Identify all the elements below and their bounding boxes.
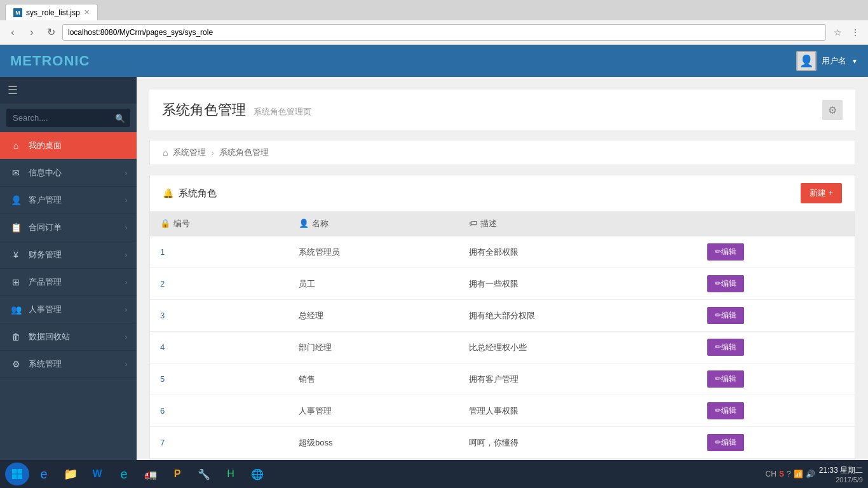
sidebar-item-label: 合同订单 (29, 222, 125, 233)
col-name: 👤名称 (288, 212, 459, 236)
brand-logo: METRONIC (10, 53, 90, 69)
sidebar-item-hr[interactable]: 👥 人事管理 › (0, 296, 137, 323)
table-row: 1 系统管理员 拥有全部权限 ✏编辑 (150, 236, 855, 268)
cell-name: 系统管理员 (288, 236, 459, 268)
chevron-right-icon: › (125, 252, 127, 259)
card-title: 🔔 系统角色 (163, 187, 217, 200)
new-btn-label: 新建 + (810, 187, 833, 199)
cell-actions: ✏编辑 (697, 300, 855, 332)
cell-actions: ✏编辑 (697, 395, 855, 427)
cell-name: 部门经理 (288, 332, 459, 363)
sidebar: ☰ 🔍 ⌂ 我的桌面 ✉ 信息中心 › 👤 客户管理 › 📋 (0, 77, 137, 461)
user-area[interactable]: 👤 用户名 ▼ (796, 51, 858, 71)
breadcrumb: ⌂ 系统管理 › 系统角色管理 (149, 140, 855, 165)
sidebar-item-label: 系统管理 (29, 358, 125, 370)
menu-toggle-button[interactable]: ☰ (8, 84, 18, 97)
breadcrumb-home-link[interactable]: 系统管理 (173, 147, 206, 158)
content-area: 系统角色管理 系统角色管理页 ⚙ ⌂ 系统管理 › 系统角色管理 🔔 系统角色 (137, 77, 868, 461)
tab-favicon: M (13, 8, 22, 17)
edit-role-button[interactable]: ✏编辑 (707, 434, 744, 451)
cell-desc: 呵呵，你懂得 (459, 427, 697, 459)
browser-tab[interactable]: M sys_role_list.jsp ✕ (5, 4, 98, 20)
bell-icon: 🔔 (163, 188, 173, 198)
cell-actions: ✏编辑 (697, 268, 855, 300)
sidebar-item-dashboard[interactable]: ⌂ 我的桌面 (0, 132, 137, 159)
taskbar: e 📁 W e 🚛 P 🔧 H 🌐 CH S ? 📶 🔊 21:33 星期二 2… (0, 460, 868, 461)
sidebar-item-label: 我的桌面 (29, 140, 127, 151)
sidebar-item-customer[interactable]: 👤 客户管理 › (0, 187, 137, 214)
cell-id: 7 (150, 427, 288, 459)
col-actions (697, 212, 855, 236)
cell-name: 人事管理 (288, 395, 459, 427)
address-bar[interactable] (62, 24, 826, 41)
browser-chrome: M sys_role_list.jsp ✕ ‹ › ↻ ☆ ⋮ (0, 0, 868, 45)
table-row: 7 超级boss 呵呵，你懂得 ✏编辑 (150, 427, 855, 459)
cell-actions: ✏编辑 (697, 332, 855, 363)
sidebar-item-product[interactable]: ⊞ 产品管理 › (0, 269, 137, 296)
sidebar-item-contract[interactable]: 📋 合同订单 › (0, 214, 137, 241)
sidebar-item-label: 数据回收站 (29, 331, 125, 342)
table-row: 4 部门经理 比总经理权小些 ✏编辑 (150, 332, 855, 363)
search-box: 🔍 (6, 109, 130, 127)
cell-actions: ✏编辑 (697, 236, 855, 268)
edit-role-button[interactable]: ✏编辑 (707, 275, 744, 292)
breadcrumb-current: 系统角色管理 (219, 147, 269, 158)
cell-name: 员工 (288, 268, 459, 300)
tab-bar: M sys_role_list.jsp ✕ (0, 0, 868, 20)
chevron-right-icon: › (125, 197, 127, 204)
chevron-right-icon: › (125, 170, 127, 177)
cell-id: 3 (150, 300, 288, 332)
chevron-right-icon: › (125, 306, 127, 313)
cell-actions: ✏编辑 (697, 427, 855, 459)
system-icon: ⚙ (10, 359, 22, 369)
tab-title: sys_role_list.jsp (26, 8, 80, 17)
sidebar-item-label: 产品管理 (29, 276, 125, 288)
tab-close-button[interactable]: ✕ (84, 8, 90, 17)
col-desc: 🏷描述 (459, 212, 697, 236)
bookmark-button[interactable]: ☆ (830, 25, 845, 40)
sidebar-item-finance[interactable]: ¥ 财务管理 › (0, 241, 137, 269)
cell-id: 1 (150, 236, 288, 268)
sidebar-item-label: 人事管理 (29, 304, 125, 315)
dashboard-icon: ⌂ (10, 140, 22, 151)
chevron-right-icon: › (125, 279, 127, 286)
forward-button[interactable]: › (24, 25, 39, 40)
settings-gear-button[interactable]: ⚙ (822, 100, 843, 120)
table-header-row: 🔒编号 👤名称 🏷描述 (150, 212, 855, 236)
sidebar-header: ☰ (0, 77, 137, 104)
edit-role-button[interactable]: ✏编辑 (707, 339, 744, 356)
sidebar-item-info[interactable]: ✉ 信息中心 › (0, 159, 137, 187)
page-header: 系统角色管理 系统角色管理页 ⚙ (149, 90, 855, 130)
top-navbar: METRONIC 👤 用户名 ▼ (0, 45, 868, 77)
sidebar-item-system[interactable]: ⚙ 系统管理 › (0, 351, 137, 378)
chevron-right-icon: › (125, 334, 127, 341)
cell-name: 总经理 (288, 300, 459, 332)
edit-role-button[interactable]: ✏编辑 (707, 307, 744, 324)
info-icon: ✉ (10, 168, 22, 178)
edit-role-button[interactable]: ✏编辑 (707, 402, 744, 419)
reload-button[interactable]: ↻ (43, 25, 58, 40)
page-title-section: 系统角色管理 系统角色管理页 (162, 100, 311, 119)
cell-actions: ✏编辑 (697, 363, 855, 395)
search-icon: 🔍 (115, 113, 125, 123)
cell-desc: 拥有客户管理 (459, 363, 697, 395)
app-wrapper: METRONIC 👤 用户名 ▼ ☰ 🔍 ⌂ 我的桌面 (0, 45, 868, 461)
back-button[interactable]: ‹ (5, 25, 20, 40)
new-role-button[interactable]: 新建 + (801, 183, 842, 203)
page-title: 系统角色管理 (162, 100, 246, 119)
roles-table: 🔒编号 👤名称 🏷描述 1 系统管理员 拥有全部权限 ✏编辑 2 员工 拥有一些… (150, 212, 855, 459)
menu-button[interactable]: ⋮ (848, 25, 863, 40)
table-row: 6 人事管理 管理人事权限 ✏编辑 (150, 395, 855, 427)
brand-text: METRONIC (10, 53, 90, 69)
cell-desc: 拥有绝大部分权限 (459, 300, 697, 332)
user-dropdown-arrow: ▼ (851, 58, 858, 65)
user-avatar: 👤 (796, 51, 817, 71)
cell-name: 超级boss (288, 427, 459, 459)
edit-role-button[interactable]: ✏编辑 (707, 243, 744, 261)
sidebar-item-recycle[interactable]: 🗑 数据回收站 › (0, 323, 137, 351)
search-input[interactable] (6, 109, 130, 127)
cell-desc: 比总经理权小些 (459, 332, 697, 363)
user-name: 用户名 (822, 55, 846, 67)
edit-role-button[interactable]: ✏编辑 (707, 370, 744, 388)
main-area: ☰ 🔍 ⌂ 我的桌面 ✉ 信息中心 › 👤 客户管理 › 📋 (0, 77, 868, 461)
